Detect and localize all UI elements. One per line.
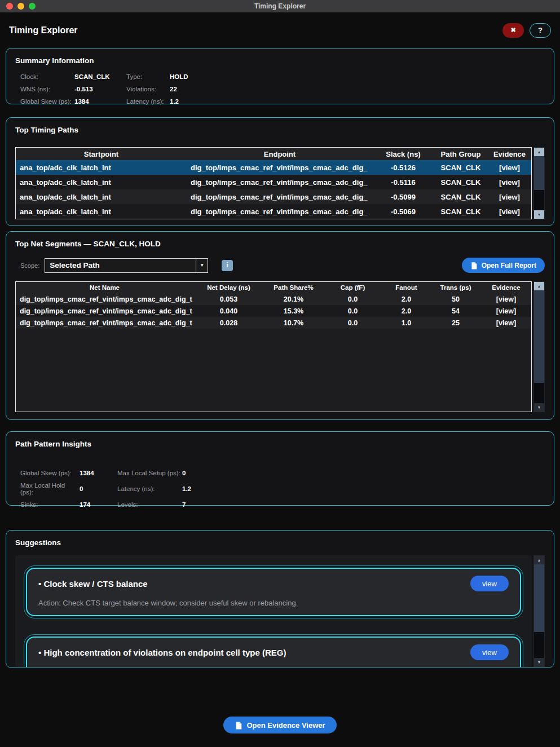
evidence-link[interactable]: [view] (488, 178, 531, 187)
field-label: Latency (ns): (126, 98, 170, 105)
path-share-cell: 20.1% (264, 295, 323, 303)
column-header: Startpoint (16, 150, 187, 158)
minimize-traffic-light-icon[interactable] (17, 3, 24, 10)
scroll-down-icon[interactable]: ▼ (534, 403, 544, 412)
scroll-track[interactable] (534, 290, 544, 403)
table-row[interactable]: dig_top/imps_cmac_ref_vint/imps_cmac_adc… (16, 305, 531, 317)
titlebar: Timing Explorer (0, 0, 560, 12)
scroll-down-icon[interactable]: ▼ (534, 658, 544, 666)
table-row[interactable]: ana_top/adc_clk_latch_int dig_top/imps_c… (16, 189, 531, 204)
suggestion-card[interactable]: • Clock skew / CTS balance view Action: … (24, 565, 523, 618)
slack-cell: -0.5099 (373, 193, 434, 201)
suggestions-title: Suggestions (15, 538, 545, 547)
suggestions-scrollbar[interactable]: ▲ ▼ (533, 555, 545, 667)
field-value: HOLD (170, 73, 545, 80)
scope-selected-value: Selected Path (45, 259, 196, 272)
view-button[interactable]: view (470, 576, 509, 591)
field-label: Max Local Hold (ps): (20, 482, 80, 496)
suggestion-title: • High concentration of violations on en… (38, 648, 286, 657)
document-icon (470, 262, 478, 269)
close-traffic-light-icon[interactable] (6, 3, 13, 10)
scroll-up-icon[interactable]: ▲ (534, 282, 544, 290)
startpoint-cell: ana_top/adc_clk_latch_int (16, 207, 187, 216)
field-label: Latency (ns): (117, 485, 182, 492)
insights-grid: Global Skew (ps): 1384 Max Local Setup (… (20, 470, 545, 508)
field-label: Global Skew (ps): (20, 470, 80, 476)
table-header-row: Net Name Net Delay (ns) Path Share% Cap … (16, 282, 531, 293)
table-row[interactable]: dig_top/imps_cmac_ref_vint/imps_cmac_adc… (16, 317, 531, 329)
scroll-thumb[interactable] (534, 564, 544, 632)
net-delay-cell: 0.053 (193, 295, 264, 303)
table-row[interactable]: ana_top/adc_clk_latch_int dig_top/imps_c… (16, 175, 531, 189)
cap-cell: 0.0 (323, 307, 382, 315)
path-group-cell: SCAN_CLK (434, 178, 488, 187)
path-group-cell: SCAN_CLK (434, 207, 488, 216)
startpoint-cell: ana_top/adc_clk_latch_int (16, 163, 187, 172)
scroll-up-icon[interactable]: ▲ (534, 556, 544, 564)
open-evidence-viewer-button[interactable]: Open Evidence Viewer (223, 717, 336, 733)
slack-cell: -0.5126 (373, 163, 434, 172)
scope-row: Scope: Selected Path ▼ i Open Full Repor… (15, 258, 545, 273)
path-share-cell: 10.7% (264, 319, 323, 327)
evidence-link[interactable]: [view] (481, 319, 531, 327)
open-full-report-button[interactable]: Open Full Report (462, 258, 545, 273)
paths-scrollbar[interactable]: ▲ ▼ (533, 147, 545, 219)
scroll-down-icon[interactable]: ▼ (534, 210, 544, 219)
scroll-thumb[interactable] (534, 290, 544, 383)
evidence-link[interactable]: [view] (488, 207, 531, 216)
info-icon[interactable]: i (222, 260, 233, 271)
suggestions-list: • Clock skew / CTS balance view Action: … (15, 555, 532, 667)
app-header: Timing Explorer ✖ ? (0, 12, 560, 48)
net-name-cell: dig_top/imps_cmac_ref_vint/imps_cmac_adc… (16, 295, 193, 303)
path-group-cell: SCAN_CLK (434, 163, 488, 172)
field-value: SCAN_CLK (74, 73, 126, 80)
net-segments-title: Top Net Segments — SCAN_CLK, HOLD (15, 240, 545, 248)
evidence-link[interactable]: [view] (481, 307, 531, 315)
table-row[interactable]: dig_top/imps_cmac_ref_vint/imps_cmac_adc… (16, 293, 531, 305)
scroll-track[interactable] (534, 156, 544, 210)
scroll-thumb[interactable] (534, 156, 544, 190)
path-share-cell: 15.3% (264, 307, 323, 315)
scroll-track[interactable] (534, 564, 544, 658)
column-header: Trans (ps) (430, 284, 481, 291)
close-button[interactable]: ✖ (502, 23, 524, 38)
suggestion-card[interactable]: • High concentration of violations on en… (24, 634, 523, 667)
evidence-link[interactable]: [view] (488, 193, 531, 201)
nets-scrollbar[interactable]: ▲ ▼ (533, 281, 545, 412)
field-value: 1.2 (170, 98, 545, 105)
column-header: Endpoint (187, 150, 373, 158)
startpoint-cell: ana_top/adc_clk_latch_int (16, 178, 187, 187)
endpoint-cell: dig_top/imps_cmac_ref_vint/imps_cmac_adc… (187, 193, 373, 201)
help-icon: ? (538, 26, 543, 34)
fanout-cell: 2.0 (382, 295, 430, 303)
endpoint-cell: dig_top/imps_cmac_ref_vint/imps_cmac_adc… (187, 163, 373, 172)
scroll-up-icon[interactable]: ▲ (534, 148, 544, 156)
summary-title: Summary Information (15, 56, 545, 65)
table-row[interactable]: ana_top/adc_clk_latch_int dig_top/imps_c… (16, 204, 531, 219)
suggestions-panel: Suggestions • Clock skew / CTS balance v… (6, 530, 554, 668)
field-value: 0 (80, 485, 117, 492)
field-label: Clock: (20, 73, 74, 80)
field-value: 7 (182, 501, 545, 508)
evidence-link[interactable]: [view] (488, 163, 531, 172)
endpoint-cell: dig_top/imps_cmac_ref_vint/imps_cmac_adc… (187, 178, 373, 187)
column-header: Slack (ns) (373, 150, 434, 158)
help-button[interactable]: ? (530, 23, 551, 38)
table-row[interactable]: ana_top/adc_clk_latch_int dig_top/imps_c… (16, 160, 531, 175)
zoom-traffic-light-icon[interactable] (29, 3, 36, 10)
summary-grid: Clock: SCAN_CLK Type: HOLD WNS (ns): -0.… (20, 73, 545, 105)
field-value: 1384 (74, 98, 126, 105)
close-icon: ✖ (510, 26, 515, 34)
header-actions: ✖ ? (502, 23, 551, 38)
trans-cell: 50 (430, 295, 481, 303)
field-label: WNS (ns): (20, 86, 74, 92)
column-header: Net Delay (ns) (193, 284, 264, 291)
insights-title: Path Pattern Insights (15, 440, 545, 448)
chevron-down-icon: ▼ (196, 259, 208, 272)
field-label: Levels: (117, 501, 182, 508)
trans-cell: 25 (430, 319, 481, 327)
evidence-link[interactable]: [view] (481, 295, 531, 303)
scope-select[interactable]: Selected Path ▼ (45, 258, 208, 273)
open-full-report-label: Open Full Report (482, 262, 536, 269)
view-button[interactable]: view (470, 644, 509, 660)
